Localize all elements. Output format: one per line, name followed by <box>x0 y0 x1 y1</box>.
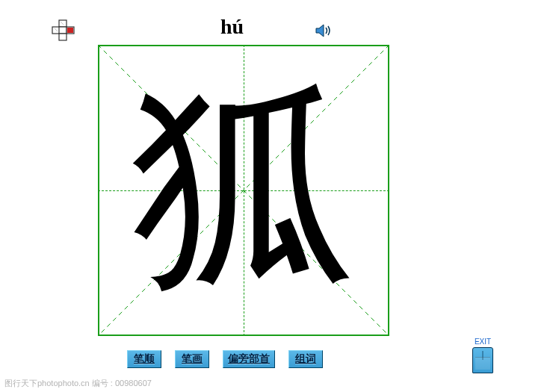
puzzle-icon[interactable] <box>51 19 76 44</box>
radical-button[interactable]: 偏旁部首 <box>223 350 275 368</box>
header: hú <box>0 19 553 45</box>
speaker-icon[interactable] <box>314 21 333 43</box>
exit-button[interactable] <box>472 347 493 373</box>
words-button[interactable]: 组词 <box>288 350 323 368</box>
svg-rect-0 <box>59 20 67 27</box>
svg-rect-4 <box>59 34 67 40</box>
button-bar: 笔顺 笔画 偏旁部首 组词 <box>127 350 323 368</box>
strokes-button[interactable]: 笔画 <box>175 350 209 368</box>
character-grid: 狐 <box>98 45 389 336</box>
pinyin-label: hú <box>220 15 244 39</box>
character-glyph: 狐 <box>132 74 356 298</box>
watermark-text: 图行天下photophoto.cn 编号 : 00980607 <box>4 378 152 389</box>
stroke-order-button[interactable]: 笔顺 <box>127 350 161 368</box>
svg-rect-5 <box>67 28 73 33</box>
exit-label: EXIT <box>472 337 493 346</box>
exit-area: EXIT <box>472 337 493 373</box>
svg-rect-2 <box>59 27 67 34</box>
